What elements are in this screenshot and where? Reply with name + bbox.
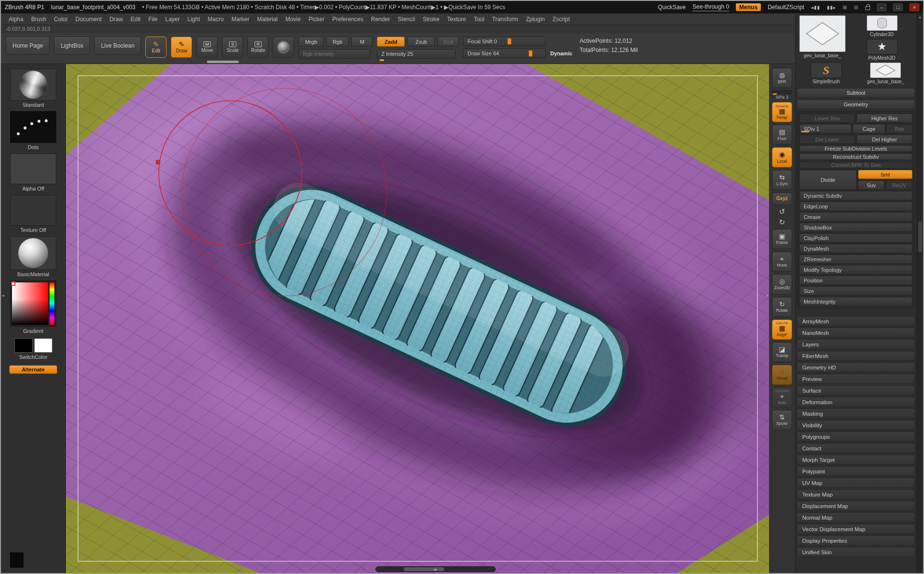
side-tool-button[interactable]: Dynamic ▦ Persp (772, 102, 792, 122)
geometry-subpalette-bar[interactable]: ClayPolish (799, 233, 912, 242)
side-tool-button[interactable]: Gxyz (772, 192, 792, 205)
current-alpha-thumbnail[interactable] (10, 153, 56, 184)
reconstruct-subdiv-button[interactable]: Reconstruct Subdiv (799, 153, 912, 160)
menu-item[interactable]: Draw (105, 15, 127, 24)
side-tool-button[interactable]: ◎ Zoom3D (772, 274, 792, 294)
canvas-hscrollbar[interactable]: ◂▸ (375, 566, 496, 572)
reuv-button[interactable]: ReUV (886, 180, 912, 190)
hscrollbar-arrows-icon[interactable]: ◂▸ (434, 567, 437, 572)
divider-collapse-arrow[interactable]: ◂ (2, 293, 4, 298)
spare-swatch[interactable] (10, 552, 24, 568)
saturation-value-square[interactable] (12, 282, 48, 325)
del-higher-button[interactable]: Del Higher (857, 135, 912, 144)
lock-icon[interactable] (865, 6, 870, 10)
scroll-up-icon[interactable]: ▴ (919, 14, 921, 19)
cage-button[interactable]: Cage (853, 124, 885, 133)
menu-item[interactable]: Transform (488, 15, 522, 24)
tool-subpalette-bar[interactable]: Vector Displacement Map (797, 524, 915, 534)
bpr-render-button[interactable]: ◍ BPR (772, 68, 792, 88)
side-tool-button[interactable]: ◉ Local (772, 147, 792, 167)
menus-toggle-button[interactable]: Menus (736, 3, 761, 11)
zscript-play-icon[interactable]: ▮▮▸ (827, 5, 836, 10)
focal-shift-handle[interactable] (507, 38, 512, 45)
zsub-button[interactable]: Zsub (407, 37, 435, 47)
menu-item[interactable]: Brush (27, 15, 50, 24)
menu-item[interactable]: Preferences (328, 15, 367, 24)
close-button[interactable]: × (910, 3, 919, 11)
current-texture-thumbnail[interactable] (10, 195, 56, 226)
tool-subpalette-bar[interactable]: Morph Target (797, 455, 915, 465)
draw-size-slider[interactable]: Draw Size 64 (463, 49, 546, 58)
draw-size-handle[interactable] (528, 50, 533, 57)
tool-subpalette-bar[interactable]: Contact (797, 443, 915, 453)
maximize-button[interactable]: □ (893, 3, 903, 11)
zscript-rewind-icon[interactable]: ◂▮▮ (811, 5, 820, 10)
menu-item[interactable]: Render (367, 15, 394, 24)
tool-subpalette-bar[interactable]: Visibility (797, 420, 915, 430)
main-color-swatch[interactable] (14, 338, 33, 353)
menu-item[interactable]: Document (72, 15, 106, 24)
menu-item[interactable]: Zscript (549, 15, 574, 24)
tool-subpalette-bar[interactable]: Displacement Map (797, 501, 915, 511)
menu-item[interactable]: Stroke (419, 15, 443, 24)
home-page-button[interactable]: Home Page (6, 37, 50, 55)
geometry-subpalette-bar[interactable]: Dynamic Subdiv (799, 191, 912, 200)
geometry-palette-header[interactable]: Geometry (797, 100, 915, 109)
viewport-canvas[interactable]: ◂▸ ◂ (66, 64, 769, 573)
dynamic-label[interactable]: Dynamic (550, 51, 572, 56)
current-material-thumbnail[interactable] (10, 236, 56, 270)
alternate-button[interactable]: Alternate (9, 365, 57, 374)
side-tool-button[interactable]: ◪ Transp (772, 342, 792, 362)
geometry-subpalette-bar[interactable]: MeshIntegrity (799, 297, 912, 306)
mrgb-button[interactable]: Mrgb (298, 37, 323, 47)
panel-scrollbar[interactable]: ▴ (916, 13, 923, 573)
geometry-subpalette-bar[interactable]: ShadowBox (799, 223, 912, 232)
tool-thumbnail[interactable] (867, 15, 898, 31)
menu-item[interactable]: Color (50, 15, 72, 24)
zadd-button[interactable]: Zadd (377, 37, 405, 47)
tool-subpalette-bar[interactable]: Polypaint (797, 466, 915, 476)
tool-thumbnail[interactable]: ★ (867, 39, 898, 54)
side-tool-button[interactable]: Line Fill ▦ PolyF (772, 319, 792, 340)
lightbox-button[interactable]: LightBox (54, 37, 90, 55)
tool-subpalette-bar[interactable]: Surface (797, 385, 915, 395)
sdiv-slider[interactable]: SDiv 1 (799, 124, 851, 133)
tool-thumbnail[interactable]: S (811, 63, 842, 78)
edit-mode-button[interactable]: ✎ Edit (145, 37, 167, 58)
spin-down-icon[interactable]: ↻ (779, 218, 785, 226)
spin-up-icon[interactable]: ↺ (779, 207, 785, 216)
geometry-subpalette-bar[interactable]: DynaMesh (799, 244, 912, 253)
tool-subpalette-bar[interactable]: UV Map (797, 478, 915, 488)
side-tool-button[interactable]: ⇅ Xpose (772, 410, 792, 430)
geometry-subpalette-bar[interactable]: Position (799, 276, 912, 285)
lower-res-button[interactable]: Lower Res (799, 114, 855, 123)
side-tool-button[interactable]: Dynamic ● Solo (772, 387, 792, 408)
del-lower-button[interactable]: Del Lower (799, 135, 855, 144)
menu-item[interactable]: Material (253, 15, 282, 24)
side-tool-button[interactable]: ▣ Frame (772, 229, 792, 249)
tool-subpalette-bar[interactable]: Deformation (797, 397, 915, 407)
geometry-subpalette-bar[interactable]: ZRemesher (799, 255, 912, 264)
spix-slider[interactable]: SPix 3 (772, 90, 792, 100)
zcut-button[interactable]: Zcut (437, 37, 459, 47)
hscrollbar-handle[interactable] (404, 567, 444, 571)
menu-item[interactable]: Zplugin (522, 15, 549, 24)
see-through-slider[interactable]: See-through 0 (693, 3, 729, 12)
tool-subpalette-bar[interactable]: Normal Map (797, 512, 915, 523)
switch-color-label[interactable]: SwitchColor (19, 354, 48, 360)
tool-subpalette-bar[interactable]: Texture Map (797, 489, 915, 499)
menu-item[interactable]: Edit (127, 15, 144, 24)
tool-subpalette-bar[interactable]: Polygroups (797, 432, 915, 442)
menu-item[interactable]: File (144, 15, 161, 24)
rotate-mode-button[interactable]: R Rotate (247, 37, 269, 58)
geometry-subpalette-bar[interactable]: Crease (799, 212, 912, 221)
current-stroke-thumbnail[interactable] (10, 111, 56, 143)
smt-toggle[interactable]: Smt (858, 170, 912, 179)
active-tool-thumbnail[interactable] (799, 15, 846, 52)
subtool-palette-header[interactable]: Subtool (797, 88, 915, 98)
menu-item[interactable]: Macro (204, 15, 228, 24)
freeze-subdivision-button[interactable]: Freeze SubDivision Levels (799, 145, 912, 152)
menu-item[interactable]: Movie (282, 15, 305, 24)
menu-item[interactable]: Light (184, 15, 204, 24)
current-brush-thumbnail[interactable] (10, 69, 56, 101)
